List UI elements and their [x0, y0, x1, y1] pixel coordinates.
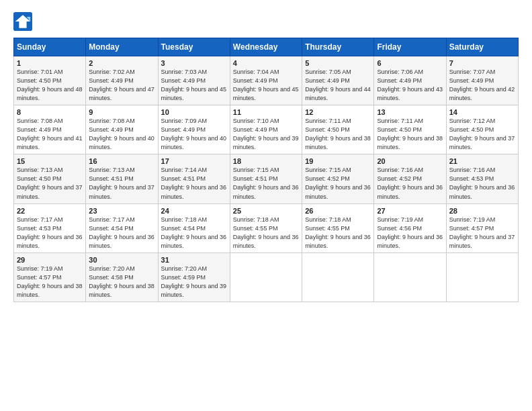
day-info: Sunrise: 7:17 AMSunset: 4:53 PMDaylight:…: [17, 216, 83, 250]
day-info: Sunrise: 7:03 AMSunset: 4:49 PMDaylight:…: [161, 68, 227, 103]
day-cell: 25 Sunrise: 7:18 AMSunset: 4:55 PMDaylig…: [230, 203, 302, 253]
day-info: Sunrise: 7:11 AMSunset: 4:50 PMDaylight:…: [305, 117, 371, 152]
col-header-thursday: Thursday: [302, 38, 374, 56]
day-info: Sunrise: 7:09 AMSunset: 4:49 PMDaylight:…: [161, 117, 227, 152]
day-cell: 22 Sunrise: 7:17 AMSunset: 4:53 PMDaylig…: [14, 203, 86, 253]
day-number: 26: [305, 207, 371, 215]
day-cell: 13 Sunrise: 7:11 AMSunset: 4:50 PMDaylig…: [374, 105, 446, 154]
day-number: 28: [449, 207, 515, 215]
day-number: 21: [449, 157, 515, 165]
day-cell: 17 Sunrise: 7:14 AMSunset: 4:51 PMDaylig…: [158, 154, 230, 203]
day-cell: [302, 253, 374, 302]
col-header-wednesday: Wednesday: [230, 38, 302, 56]
day-cell: 29 Sunrise: 7:19 AMSunset: 4:57 PMDaylig…: [14, 253, 86, 302]
day-number: 9: [89, 108, 154, 116]
day-info: Sunrise: 7:20 AMSunset: 4:58 PMDaylight:…: [89, 265, 154, 300]
day-cell: 4 Sunrise: 7:04 AMSunset: 4:49 PMDayligh…: [230, 56, 302, 105]
day-info: Sunrise: 7:18 AMSunset: 4:54 PMDaylight:…: [161, 216, 227, 250]
day-info: Sunrise: 7:06 AMSunset: 4:49 PMDaylight:…: [377, 68, 443, 103]
day-info: Sunrise: 7:07 AMSunset: 4:49 PMDaylight:…: [449, 68, 515, 103]
day-info: Sunrise: 7:01 AMSunset: 4:50 PMDaylight:…: [17, 68, 83, 103]
day-info: Sunrise: 7:13 AMSunset: 4:50 PMDaylight:…: [17, 166, 83, 201]
day-number: 1: [17, 59, 83, 67]
day-number: 15: [17, 157, 83, 165]
day-info: Sunrise: 7:18 AMSunset: 4:55 PMDaylight:…: [305, 216, 371, 250]
day-info: Sunrise: 7:15 AMSunset: 4:51 PMDaylight:…: [233, 166, 299, 201]
week-row-2: 8 Sunrise: 7:08 AMSunset: 4:49 PMDayligh…: [14, 105, 519, 154]
col-header-sunday: Sunday: [14, 38, 86, 56]
day-info: Sunrise: 7:13 AMSunset: 4:51 PMDaylight:…: [89, 166, 154, 201]
day-info: Sunrise: 7:08 AMSunset: 4:49 PMDaylight:…: [17, 117, 83, 152]
day-number: 5: [305, 59, 371, 67]
day-cell: 2 Sunrise: 7:02 AMSunset: 4:49 PMDayligh…: [86, 56, 158, 105]
day-number: 2: [89, 59, 154, 67]
header-row: SundayMondayTuesdayWednesdayThursdayFrid…: [14, 38, 519, 56]
day-cell: 10 Sunrise: 7:09 AMSunset: 4:49 PMDaylig…: [158, 105, 230, 154]
day-number: 11: [233, 108, 299, 116]
col-header-saturday: Saturday: [446, 38, 518, 56]
day-cell: 23 Sunrise: 7:17 AMSunset: 4:54 PMDaylig…: [86, 203, 158, 253]
day-info: Sunrise: 7:15 AMSunset: 4:52 PMDaylight:…: [305, 166, 371, 201]
day-number: 10: [161, 108, 227, 116]
day-number: 29: [17, 256, 83, 264]
day-number: 23: [89, 207, 154, 215]
day-cell: 9 Sunrise: 7:08 AMSunset: 4:49 PMDayligh…: [86, 105, 158, 154]
day-cell: [374, 253, 446, 302]
logo-icon: [13, 12, 32, 31]
day-cell: [446, 253, 518, 302]
day-number: 31: [161, 256, 227, 264]
day-cell: 14 Sunrise: 7:12 AMSunset: 4:50 PMDaylig…: [446, 105, 518, 154]
day-number: 22: [17, 207, 83, 215]
day-number: 8: [17, 108, 83, 116]
day-cell: 12 Sunrise: 7:11 AMSunset: 4:50 PMDaylig…: [302, 105, 374, 154]
calendar-table: SundayMondayTuesdayWednesdayThursdayFrid…: [13, 38, 519, 302]
day-cell: 3 Sunrise: 7:03 AMSunset: 4:49 PMDayligh…: [158, 56, 230, 105]
day-number: 18: [233, 157, 299, 165]
day-cell: 30 Sunrise: 7:20 AMSunset: 4:58 PMDaylig…: [86, 253, 158, 302]
day-info: Sunrise: 7:05 AMSunset: 4:49 PMDaylight:…: [305, 68, 371, 103]
day-info: Sunrise: 7:19 AMSunset: 4:57 PMDaylight:…: [449, 216, 515, 250]
day-info: Sunrise: 7:16 AMSunset: 4:53 PMDaylight:…: [449, 166, 515, 201]
day-info: Sunrise: 7:10 AMSunset: 4:49 PMDaylight:…: [233, 117, 299, 152]
col-header-friday: Friday: [374, 38, 446, 56]
day-number: 12: [305, 108, 371, 116]
day-info: Sunrise: 7:17 AMSunset: 4:54 PMDaylight:…: [89, 216, 154, 250]
day-number: 13: [377, 108, 443, 116]
week-row-3: 15 Sunrise: 7:13 AMSunset: 4:50 PMDaylig…: [14, 154, 519, 203]
day-number: 14: [449, 108, 515, 116]
week-row-4: 22 Sunrise: 7:17 AMSunset: 4:53 PMDaylig…: [14, 203, 519, 253]
day-cell: 1 Sunrise: 7:01 AMSunset: 4:50 PMDayligh…: [14, 56, 86, 105]
day-cell: 5 Sunrise: 7:05 AMSunset: 4:49 PMDayligh…: [302, 56, 374, 105]
day-info: Sunrise: 7:12 AMSunset: 4:50 PMDaylight:…: [449, 117, 515, 152]
day-number: 25: [233, 207, 299, 215]
day-info: Sunrise: 7:16 AMSunset: 4:52 PMDaylight:…: [377, 166, 443, 201]
day-number: 17: [161, 157, 227, 165]
day-cell: 11 Sunrise: 7:10 AMSunset: 4:49 PMDaylig…: [230, 105, 302, 154]
day-cell: 18 Sunrise: 7:15 AMSunset: 4:51 PMDaylig…: [230, 154, 302, 203]
day-number: 20: [377, 157, 443, 165]
day-number: 24: [161, 207, 227, 215]
day-info: Sunrise: 7:08 AMSunset: 4:49 PMDaylight:…: [89, 117, 154, 152]
day-info: Sunrise: 7:14 AMSunset: 4:51 PMDaylight:…: [161, 166, 227, 201]
day-cell: 15 Sunrise: 7:13 AMSunset: 4:50 PMDaylig…: [14, 154, 86, 203]
col-header-tuesday: Tuesday: [158, 38, 230, 56]
day-number: 27: [377, 207, 443, 215]
header: [13, 12, 519, 31]
day-info: Sunrise: 7:19 AMSunset: 4:57 PMDaylight:…: [17, 265, 83, 300]
day-number: 4: [233, 59, 299, 67]
day-number: 16: [89, 157, 154, 165]
day-cell: 19 Sunrise: 7:15 AMSunset: 4:52 PMDaylig…: [302, 154, 374, 203]
day-number: 3: [161, 59, 227, 67]
day-info: Sunrise: 7:18 AMSunset: 4:55 PMDaylight:…: [233, 216, 299, 250]
day-cell: 8 Sunrise: 7:08 AMSunset: 4:49 PMDayligh…: [14, 105, 86, 154]
logo: [13, 12, 35, 31]
day-cell: 26 Sunrise: 7:18 AMSunset: 4:55 PMDaylig…: [302, 203, 374, 253]
week-row-1: 1 Sunrise: 7:01 AMSunset: 4:50 PMDayligh…: [14, 56, 519, 105]
day-cell: 31 Sunrise: 7:20 AMSunset: 4:59 PMDaylig…: [158, 253, 230, 302]
week-row-5: 29 Sunrise: 7:19 AMSunset: 4:57 PMDaylig…: [14, 253, 519, 302]
day-info: Sunrise: 7:04 AMSunset: 4:49 PMDaylight:…: [233, 68, 299, 103]
calendar-page: SundayMondayTuesdayWednesdayThursdayFrid…: [0, 0, 532, 411]
day-info: Sunrise: 7:19 AMSunset: 4:56 PMDaylight:…: [377, 216, 443, 250]
day-number: 7: [449, 59, 515, 67]
day-cell: 28 Sunrise: 7:19 AMSunset: 4:57 PMDaylig…: [446, 203, 518, 253]
